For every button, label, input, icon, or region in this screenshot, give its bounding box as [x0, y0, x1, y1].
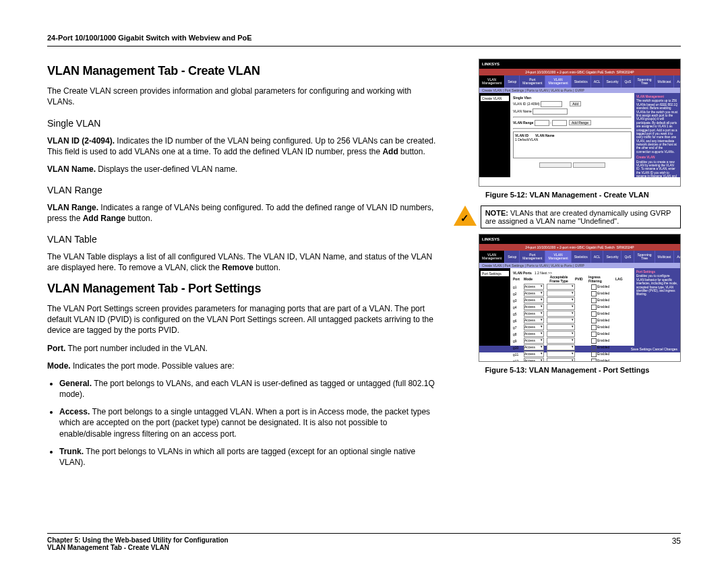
tab-acl[interactable]: ACL [591, 75, 604, 88]
label-vlan-range: VLAN Range. [47, 203, 98, 212]
brand-logo: LINKSYS [482, 237, 499, 241]
tab-setup[interactable]: Setup [505, 75, 520, 88]
label-vlan-name-field: VLAN Name [513, 109, 532, 113]
aft-select[interactable] [547, 311, 575, 317]
subheading-single-vlan: Single VLAN [47, 117, 440, 130]
text-vlan-id-end: button. [398, 147, 425, 156]
label-port: Port. [47, 344, 65, 353]
ingress-checkbox[interactable] [591, 332, 597, 337]
aft-select[interactable] [547, 358, 575, 362]
ingress-checkbox[interactable] [591, 291, 597, 296]
table-row: g11AccessEnabled [513, 351, 632, 357]
mode-select[interactable]: Access [524, 284, 544, 290]
tab-multicast[interactable]: Multicast [655, 251, 675, 263]
list-item: General. The port belongs to VLANs, and … [59, 378, 440, 400]
add-range-button[interactable]: Add Range [569, 120, 591, 125]
tab-setup[interactable]: Setup [505, 251, 520, 263]
mode-select[interactable]: Access [524, 331, 544, 337]
breadcrumb: Port Settings [481, 271, 509, 276]
mode-select[interactable]: Access [524, 317, 544, 323]
table-row[interactable]: 1 Default/VLAN [515, 137, 630, 142]
button-generic-1[interactable] [539, 162, 572, 168]
mode-select[interactable]: Access [524, 351, 544, 357]
ingress-checkbox[interactable] [591, 305, 597, 310]
page-header-title: 24-Port 10/100/1000 Gigabit Switch with … [47, 34, 681, 42]
para-port-intro: The VLAN Port Settings screen provides p… [47, 303, 440, 336]
mode-select[interactable]: Access [524, 344, 544, 350]
add-button[interactable]: Add [570, 101, 581, 106]
aft-select[interactable] [547, 290, 575, 296]
ingress-checkbox[interactable] [591, 352, 597, 357]
aft-select[interactable] [547, 331, 575, 337]
para-create-intro: The Create VLAN screen provides informat… [47, 86, 440, 107]
tab-statistics[interactable]: Statistics [572, 251, 591, 263]
ingress-checkbox[interactable] [591, 345, 597, 350]
aft-select[interactable] [547, 324, 575, 330]
tab-security[interactable]: Security [603, 251, 621, 263]
table-row: g7AccessEnabled [513, 324, 632, 330]
ingress-checkbox[interactable] [591, 325, 597, 330]
main-text-column: VLAN Management Tab - Create VLAN The Cr… [47, 59, 440, 474]
para-vlan-id: VLAN ID (2-4094). Indicates the ID numbe… [47, 135, 440, 157]
aft-select[interactable] [547, 351, 575, 357]
mode-select[interactable]: Access [524, 297, 544, 303]
tab-qos[interactable]: QoS [621, 75, 634, 88]
vlan-id-input[interactable] [541, 101, 562, 107]
tab-stp[interactable]: Spanning Tree [634, 251, 655, 263]
mode-select[interactable]: Access [524, 304, 544, 310]
model-name: SRW2024P [617, 245, 634, 249]
figure-create-vlan-screenshot: LINKSYS 24-port 10/100/1000 + 2-port min… [479, 59, 681, 187]
fig-subtabs[interactable]: Create VLAN | Port Settings | Ports to V… [479, 88, 680, 93]
mode-select[interactable]: Access [524, 358, 544, 362]
ingress-checkbox[interactable] [591, 318, 597, 323]
note-row: ✓ NOTE: VLANs that are created dynamical… [454, 206, 681, 228]
aft-select[interactable] [547, 344, 575, 350]
mode-select[interactable]: Access [524, 311, 544, 317]
tab-admin[interactable]: Admin [674, 75, 681, 88]
tab-stp[interactable]: Spanning Tree [634, 75, 655, 88]
list-item: Trunk. The port belongs to VLANs in whic… [59, 446, 440, 468]
mode-select[interactable]: Access [524, 338, 544, 344]
button-generic-2[interactable] [573, 162, 605, 168]
tab-qos[interactable]: QoS [621, 251, 634, 263]
tab-multicast[interactable]: Multicast [655, 75, 675, 88]
table-row: g4AccessEnabled [513, 304, 632, 310]
tab-acl[interactable]: ACL [591, 251, 604, 263]
ingress-checkbox[interactable] [591, 284, 597, 290]
tab-statistics[interactable]: Statistics [572, 75, 591, 88]
header-rule [47, 46, 681, 46]
aft-select[interactable] [547, 338, 575, 344]
figure-column: LINKSYS 24-port 10/100/1000 + 2-port min… [454, 59, 681, 474]
product-name: 24-port 10/100/1000 + 2-port mini-GBIC G… [525, 70, 614, 74]
mode-select[interactable]: Access [524, 290, 544, 296]
aft-select[interactable] [547, 304, 575, 310]
tab-security[interactable]: Security [603, 75, 621, 88]
label-vlan-id-field: VLAN ID (2-4094) [513, 102, 540, 106]
tab-port-mgmt[interactable]: Port Management [520, 251, 545, 263]
tab-port-mgmt[interactable]: Port Management [520, 75, 545, 88]
info-text: Enables you to configure VLAN behavior f… [636, 274, 678, 296]
fig-form-area: Single Vlan VLAN ID (2-4094) Add VLAN Na… [510, 93, 634, 177]
aft-select[interactable] [547, 317, 575, 323]
vlan-name-input[interactable] [533, 108, 568, 115]
ingress-checkbox[interactable] [591, 358, 597, 363]
aft-select[interactable] [547, 284, 575, 290]
heading-port-settings: VLAN Management Tab - Port Settings [47, 280, 440, 296]
ingress-checkbox[interactable] [591, 298, 597, 303]
two-column-layout: VLAN Management Tab - Create VLAN The Cr… [47, 59, 681, 474]
ingress-checkbox[interactable] [591, 338, 597, 344]
range-to-input[interactable] [552, 120, 567, 126]
table-row: g3AccessEnabled [513, 297, 632, 303]
ingress-checkbox[interactable] [591, 311, 597, 317]
tab-vlan-mgmt[interactable]: VLAN Management [545, 75, 571, 88]
range-from-input[interactable] [535, 120, 549, 126]
fig-subtabs[interactable]: Create VLAN | Port Settings | Ports to V… [479, 263, 680, 268]
tab-admin[interactable]: Admin [674, 251, 681, 263]
save-cancel-buttons[interactable]: Save Settings Cancel Changes [631, 347, 677, 351]
aft-select[interactable] [547, 297, 575, 303]
info-heading: Port Settings [636, 270, 678, 274]
mode-select[interactable]: Access [524, 324, 544, 330]
text-vlan-name: Displays the user-defined VLAN name. [96, 164, 237, 174]
tab-vlan-mgmt[interactable]: VLAN Management [545, 251, 571, 263]
list-item: Access. The port belongs to a single unt… [59, 406, 440, 439]
